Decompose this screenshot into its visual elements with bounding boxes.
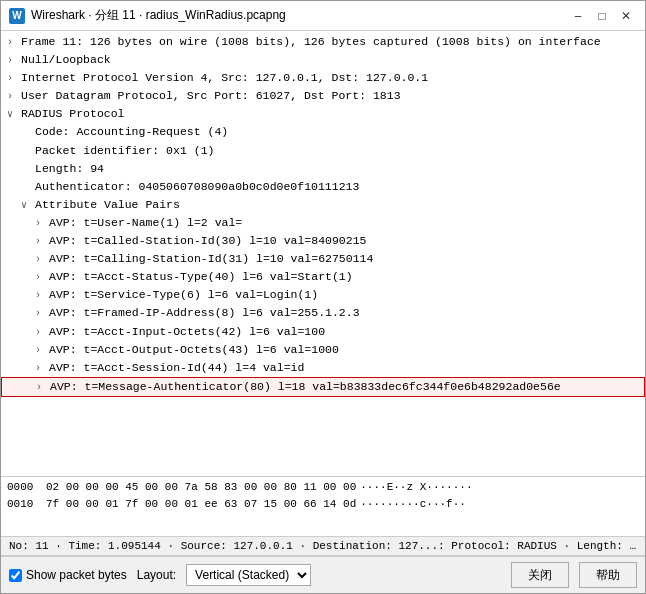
layout-select[interactable]: Vertical (Stacked) Horizontal Tabbed <box>186 564 311 586</box>
tree-item[interactable]: ›AVP: t=Acct-Session-Id(44) l=4 val=id <box>1 359 645 377</box>
hex-offset: 0000 <box>7 479 42 496</box>
hex-panel: 000002 00 00 00 45 00 00 7a 58 83 00 00 … <box>1 477 645 537</box>
hex-offset: 0010 <box>7 496 42 513</box>
tree-item[interactable]: ∨Attribute Value Pairs <box>1 196 645 214</box>
tree-item[interactable]: ›AVP: t=Acct-Output-Octets(43) l=6 val=1… <box>1 341 645 359</box>
show-packet-bytes-text: Show packet bytes <box>26 568 127 582</box>
hex-bytes: 02 00 00 00 45 00 00 7a 58 83 00 00 80 1… <box>46 479 356 496</box>
tree-item[interactable]: Length: 94 <box>1 160 645 178</box>
close-window-button[interactable]: ✕ <box>615 6 637 26</box>
tree-item[interactable]: ›AVP: t=Framed-IP-Address(8) l=6 val=255… <box>1 304 645 322</box>
wireshark-window: W Wireshark · 分组 11 · radius_WinRadius.p… <box>0 0 646 594</box>
maximize-button[interactable]: □ <box>591 6 613 26</box>
app-icon: W <box>9 8 25 24</box>
tree-item[interactable]: ›AVP: t=Message-Authenticator(80) l=18 v… <box>1 377 645 397</box>
minimize-button[interactable]: – <box>567 6 589 26</box>
main-content: ›Frame 11: 126 bytes on wire (1008 bits)… <box>1 31 645 593</box>
tree-item[interactable]: ›AVP: t=Acct-Input-Octets(42) l=6 val=10… <box>1 323 645 341</box>
bottom-bar: Show packet bytes Layout: Vertical (Stac… <box>1 556 645 593</box>
tree-item[interactable]: ›AVP: t=Acct-Status-Type(40) l=6 val=Sta… <box>1 268 645 286</box>
hex-row: 00107f 00 00 01 7f 00 00 01 ee 63 07 15 … <box>7 496 639 513</box>
title-bar-buttons: – □ ✕ <box>567 6 637 26</box>
tree-item[interactable]: ›AVP: t=Service-Type(6) l=6 val=Login(1) <box>1 286 645 304</box>
help-button[interactable]: 帮助 <box>579 562 637 588</box>
show-packet-bytes-checkbox[interactable] <box>9 569 22 582</box>
tree-item[interactable]: ›AVP: t=User-Name(1) l=2 val= <box>1 214 645 232</box>
packet-tree[interactable]: ›Frame 11: 126 bytes on wire (1008 bits)… <box>1 31 645 477</box>
title-bar-left: W Wireshark · 分组 11 · radius_WinRadius.p… <box>9 7 286 24</box>
tree-item[interactable]: Packet identifier: 0x1 (1) <box>1 142 645 160</box>
hex-bytes: 7f 00 00 01 7f 00 00 01 ee 63 07 15 00 6… <box>46 496 356 513</box>
hex-ascii: ·········c···f·· <box>360 496 466 513</box>
hex-row: 000002 00 00 00 45 00 00 7a 58 83 00 00 … <box>7 479 639 496</box>
tree-item[interactable]: ›AVP: t=Calling-Station-Id(31) l=10 val=… <box>1 250 645 268</box>
status-bar: No: 11 · Time: 1.095144 · Source: 127.0.… <box>1 537 645 556</box>
layout-label: Layout: <box>137 568 176 582</box>
tree-item[interactable]: ›Internet Protocol Version 4, Src: 127.0… <box>1 69 645 87</box>
tree-item[interactable]: ∨RADIUS Protocol <box>1 105 645 123</box>
tree-item[interactable]: ›User Datagram Protocol, Src Port: 61027… <box>1 87 645 105</box>
title-bar: W Wireshark · 分组 11 · radius_WinRadius.p… <box>1 1 645 31</box>
hex-ascii: ····E··z X······· <box>360 479 472 496</box>
show-packet-bytes-label[interactable]: Show packet bytes <box>9 568 127 582</box>
close-button[interactable]: 关闭 <box>511 562 569 588</box>
tree-item[interactable]: ›Frame 11: 126 bytes on wire (1008 bits)… <box>1 33 645 51</box>
tree-item[interactable]: Authenticator: 0405060708090a0b0c0d0e0f1… <box>1 178 645 196</box>
tree-item[interactable]: ›Null/Loopback <box>1 51 645 69</box>
tree-item[interactable]: Code: Accounting-Request (4) <box>1 123 645 141</box>
window-title: Wireshark · 分组 11 · radius_WinRadius.pca… <box>31 7 286 24</box>
tree-item[interactable]: ›AVP: t=Called-Station-Id(30) l=10 val=8… <box>1 232 645 250</box>
